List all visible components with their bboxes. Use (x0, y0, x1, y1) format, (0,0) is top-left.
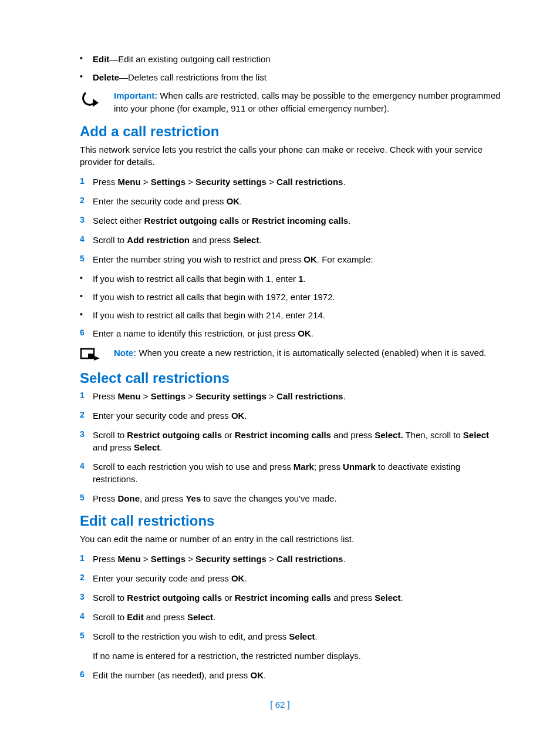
step-number: 2 (80, 572, 93, 584)
note-icon (80, 347, 114, 362)
bullet-text: Edit—Edit an existing outgoing call rest… (93, 53, 501, 65)
step-item: 4 Scroll to each restriction you wish to… (80, 460, 501, 485)
step-text: Scroll to each restriction you wish to u… (93, 460, 501, 485)
step-number: 3 (80, 429, 93, 453)
step-text: Select either Restrict outgoing calls or… (93, 214, 501, 227)
step-item: 1 Press Menu > Settings > Security setti… (80, 553, 501, 565)
bullet-icon: • (80, 71, 93, 83)
note-callout: Note: When you create a new restriction,… (80, 347, 501, 362)
heading-edit-restrictions: Edit call restrictions (80, 513, 501, 529)
step-number: 1 (80, 390, 93, 402)
step-number: 2 (80, 409, 93, 422)
step-number: 6 (80, 327, 93, 339)
step-item: 5 Enter the number string you wish to re… (80, 253, 501, 265)
list-item: • If you wish to restrict all calls that… (80, 273, 501, 285)
section-intro: This network service lets you restrict t… (80, 143, 501, 169)
step-number: 1 (80, 176, 93, 188)
svg-rect-1 (88, 354, 94, 358)
step-number: 5 (80, 492, 93, 505)
step-text: Scroll to Add restriction and press Sele… (93, 234, 501, 246)
step-item: 3 Scroll to Restrict outgoing calls or R… (80, 429, 501, 453)
step-item: 4 Scroll to Edit and press Select. (80, 611, 501, 623)
step-item: 5 Scroll to the restriction you wish to … (80, 630, 501, 643)
bullet-icon: • (80, 309, 93, 321)
bullet-text: Delete—Deletes call restrictions from th… (93, 71, 501, 83)
heading-select-restrictions: Select call restrictions (80, 370, 501, 386)
step-text: Press Menu > Settings > Security setting… (93, 176, 501, 188)
step-number: 5 (80, 630, 93, 643)
step-text: Press Menu > Settings > Security setting… (93, 390, 501, 402)
step-item: 1 Press Menu > Settings > Security setti… (80, 390, 501, 402)
step-item: 1 Press Menu > Settings > Security setti… (80, 176, 501, 188)
step-item: 6 Enter a name to identify this restrict… (80, 327, 501, 339)
step-number: 6 (80, 669, 93, 681)
step-number: 5 (80, 253, 93, 265)
bullet-icon: • (80, 53, 93, 65)
bullet-text: If you wish to restrict all calls that b… (93, 309, 501, 321)
step-text: Enter a name to identify this restrictio… (93, 327, 501, 339)
step-number: 3 (80, 591, 93, 604)
important-callout: Important: When calls are restricted, ca… (80, 89, 501, 115)
step-item: 3 Select either Restrict outgoing calls … (80, 214, 501, 227)
step-item: 3 Scroll to Restrict outgoing calls or R… (80, 591, 501, 604)
page-number: [ 62 ] (0, 700, 560, 710)
list-item: • Delete—Deletes call restrictions from … (80, 71, 501, 83)
step-text: Scroll to the restriction you wish to ed… (93, 630, 501, 643)
step-text: Enter the number string you wish to rest… (93, 253, 501, 265)
top-bullet-list: • Edit—Edit an existing outgoing call re… (80, 53, 501, 83)
step-number: 1 (80, 553, 93, 565)
step-text: Enter the security code and press OK. (93, 195, 501, 207)
step-item: 5 Press Done, and press Yes to save the … (80, 492, 501, 505)
step-item: 2 Enter the security code and press OK. (80, 195, 501, 207)
bullet-icon: • (80, 273, 93, 285)
list-item: • Edit—Edit an existing outgoing call re… (80, 53, 501, 65)
step-sub-note: If no name is entered for a restriction,… (93, 650, 501, 662)
list-item: • If you wish to restrict all calls that… (80, 291, 501, 303)
bullet-text: If you wish to restrict all calls that b… (93, 273, 501, 285)
section-intro: You can edit the name or number of an en… (80, 533, 501, 546)
step-text: Scroll to Edit and press Select. (93, 611, 501, 623)
step-number: 2 (80, 195, 93, 207)
bullet-icon: • (80, 291, 93, 303)
step-item: 6 Edit the number (as needed), and press… (80, 669, 501, 681)
note-text: Note: When you create a new restriction,… (114, 347, 501, 362)
step-text: Enter your security code and press OK. (93, 572, 501, 584)
step-number: 3 (80, 214, 93, 227)
step-number: 4 (80, 611, 93, 623)
heading-add-restriction: Add a call restriction (80, 123, 501, 140)
document-page: • Edit—Edit an existing outgoing call re… (0, 0, 560, 733)
step-text: Enter your security code and press OK. (93, 409, 501, 422)
bullet-text: If you wish to restrict all calls that b… (93, 291, 501, 303)
important-icon (80, 89, 114, 115)
step-text: Scroll to Restrict outgoing calls or Res… (93, 429, 501, 453)
step-text: Scroll to Restrict outgoing calls or Res… (93, 591, 501, 604)
list-item: • If you wish to restrict all calls that… (80, 309, 501, 321)
step-text: Press Menu > Settings > Security setting… (93, 553, 501, 565)
step-number: 4 (80, 460, 93, 485)
step-text: Edit the number (as needed), and press O… (93, 669, 501, 681)
step-number: 4 (80, 234, 93, 246)
step-item: 4 Scroll to Add restriction and press Se… (80, 234, 501, 246)
step-item: 2 Enter your security code and press OK. (80, 409, 501, 422)
step-text: Press Done, and press Yes to save the ch… (93, 492, 501, 505)
step-item: 2 Enter your security code and press OK. (80, 572, 501, 584)
important-text: Important: When calls are restricted, ca… (114, 89, 501, 115)
